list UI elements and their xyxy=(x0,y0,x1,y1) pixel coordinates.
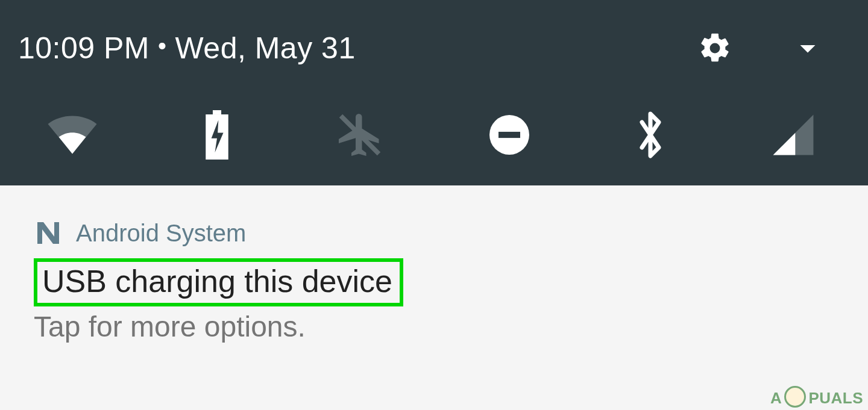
do-not-disturb-icon xyxy=(488,113,531,157)
airplane-off-icon xyxy=(335,110,385,160)
expand-button[interactable] xyxy=(790,30,826,66)
svg-rect-5 xyxy=(498,132,520,138)
android-n-icon xyxy=(34,219,63,247)
notification-card[interactable]: Android System USB charging this device … xyxy=(34,219,834,343)
gear-icon xyxy=(697,31,732,66)
time-date: 10:09 PM • Wed, May 31 xyxy=(18,31,356,66)
clock-date: Wed, May 31 xyxy=(175,31,356,66)
panel-header: 10:09 PM • Wed, May 31 xyxy=(18,30,844,66)
qs-wifi-tile[interactable] xyxy=(45,111,99,159)
quick-settings-panel: 10:09 PM • Wed, May 31 xyxy=(0,0,868,185)
wifi-icon xyxy=(45,111,99,159)
header-actions xyxy=(697,30,826,66)
chevron-down-icon xyxy=(790,30,826,66)
watermark-text-left: A xyxy=(770,389,782,408)
qs-dnd-tile[interactable] xyxy=(488,113,531,157)
qs-cellular-tile[interactable] xyxy=(770,111,817,158)
watermark-face-icon xyxy=(784,386,806,408)
qs-bluetooth-tile[interactable] xyxy=(634,108,667,161)
notification-subtitle: Tap for more options. xyxy=(34,310,834,343)
quick-settings-row xyxy=(18,108,844,161)
bluetooth-icon xyxy=(634,108,667,161)
notification-area: Android System USB charging this device … xyxy=(0,185,868,343)
settings-button[interactable] xyxy=(697,31,732,66)
watermark-text-right: PUALS xyxy=(808,389,863,408)
svg-rect-0 xyxy=(213,110,221,114)
notification-app-name: Android System xyxy=(76,220,246,247)
watermark: A PUALS wsxdn.com xyxy=(770,386,863,408)
notification-title: USB charging this device xyxy=(42,263,392,299)
battery-charging-icon xyxy=(202,110,232,160)
cellular-signal-icon xyxy=(770,111,817,158)
notification-app-header: Android System xyxy=(34,219,834,247)
qs-battery-tile[interactable] xyxy=(202,110,232,160)
qs-airplane-tile[interactable] xyxy=(335,110,385,160)
highlight-box: USB charging this device xyxy=(34,258,403,306)
clock-time: 10:09 PM xyxy=(18,31,149,66)
